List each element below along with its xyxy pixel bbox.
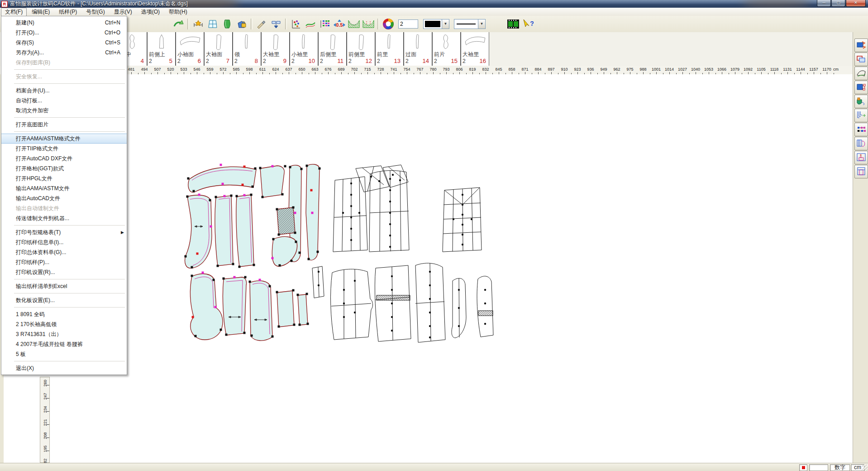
file-menu-item[interactable]: 打开AAMA/ASTM格式文件 — [1, 134, 127, 144]
drawing-canvas[interactable] — [4, 74, 853, 463]
menubar-item-4[interactable]: 号型(G) — [82, 8, 109, 16]
ruler-tick-label: 1053 — [704, 67, 713, 72]
file-menu-item[interactable]: 另存为(A)...Ctrl+A — [1, 48, 127, 58]
toolbar-button[interactable] — [205, 17, 220, 31]
sidebar-tool-button[interactable] — [854, 53, 868, 66]
stroke-width-input[interactable] — [398, 19, 418, 29]
minimize-button[interactable]: ─ — [817, 0, 831, 7]
file-menu-item[interactable]: 退出(X) — [1, 363, 127, 373]
menu-bar: 文档(F)编辑(E)纸样(P)号型(G)显示(V)选项(O)帮助(H) — [0, 8, 868, 16]
pattern-count: 2 — [263, 58, 266, 64]
toolbar-button[interactable] — [234, 17, 249, 31]
sidebar-tool-button[interactable] — [854, 165, 868, 178]
file-menu-item[interactable]: 打印纸样(P)... — [1, 257, 127, 267]
toolbar-button[interactable] — [220, 17, 234, 31]
pattern-cell[interactable]: 过面214 — [404, 32, 432, 66]
pattern-cell[interactable]: 大袖里29 — [261, 32, 290, 66]
toolbar-button[interactable]: ? — [520, 17, 535, 31]
pattern-cell[interactable]: 大袖面27 — [204, 32, 233, 66]
close-button[interactable]: ✕ — [846, 0, 866, 7]
file-menu-item[interactable]: 输出AutoCAD文件 — [1, 193, 127, 203]
file-menu-item[interactable]: 打开HPGL文件 — [1, 173, 127, 183]
pattern-cell[interactable]: 前里213 — [375, 32, 404, 66]
resize-grip[interactable] — [862, 465, 868, 471]
file-menu-item[interactable]: 保存到图库(B) — [1, 58, 127, 67]
toolbar-button[interactable] — [347, 17, 361, 31]
file-menu-item[interactable]: 输出纸样清单到Excel — [1, 281, 127, 291]
sidebar-tool-button[interactable] — [854, 38, 868, 52]
toolbar-button[interactable] — [303, 17, 318, 31]
pattern-cell[interactable]: 小袖里210 — [290, 32, 318, 66]
menubar-item-6[interactable]: 选项(O) — [137, 8, 164, 16]
sidebar-tool-button[interactable] — [854, 123, 868, 136]
menubar-item-3[interactable]: 纸样(P) — [55, 8, 81, 16]
pattern-cell[interactable]: 小袖面26 — [176, 32, 204, 66]
file-menu-item[interactable]: 打开底图图片 — [1, 120, 127, 130]
file-menu-item[interactable]: 打印纸样信息单(I)... — [1, 237, 127, 247]
svg-text:?: ? — [530, 19, 534, 27]
toolbar-button[interactable] — [171, 17, 186, 31]
menubar-item-7[interactable]: 帮助(H) — [165, 8, 191, 16]
pattern-cell[interactable]: 前侧里212 — [347, 32, 375, 66]
menubar-item-1[interactable]: 文档(F) — [1, 8, 27, 16]
toolbar-button[interactable] — [318, 17, 332, 31]
file-menu-item[interactable]: 自动打板... — [1, 96, 127, 106]
menubar-item-5[interactable]: 显示(V) — [110, 8, 136, 16]
file-menu-item[interactable]: 数化板设置(E)... — [1, 295, 127, 305]
pattern-index: 4 — [141, 58, 144, 64]
sidebar-tool-button[interactable] — [854, 67, 868, 80]
chevron-down-icon[interactable]: ▼ — [478, 19, 485, 29]
file-menu-item[interactable]: 输出自动缝制文件 — [1, 203, 127, 213]
file-menu-item[interactable]: 输出AAMA/ASTM文件 — [1, 183, 127, 193]
pattern-count: 2 — [348, 58, 352, 64]
file-menu-item[interactable]: 4 2007羊毛绒开拉链 卷腰裤 — [1, 339, 127, 349]
file-menu-item[interactable]: 打开TIIP格式文件 — [1, 144, 127, 154]
pattern-cell[interactable]: 前片215 — [432, 32, 461, 66]
file-menu-item[interactable]: 1 8091 全码 — [1, 309, 127, 319]
menubar-item-2[interactable]: 编辑(E) — [28, 8, 54, 16]
line-style-dropdown[interactable]: ▼ — [454, 19, 486, 29]
file-menu-item[interactable]: 打印机设置(R)... — [1, 267, 127, 277]
ruler-tick-label: 1092 — [744, 67, 753, 72]
sidebar-tool-button[interactable] — [854, 151, 868, 164]
pattern-cell[interactable]: 前侧上25 — [147, 32, 176, 66]
toolbar-button[interactable] — [254, 17, 269, 31]
chevron-down-icon[interactable]: ▼ — [442, 19, 449, 29]
pattern-cell[interactable]: 大袖里216 — [461, 32, 489, 66]
file-menu-item[interactable]: 传送缝制文件到机器... — [1, 213, 127, 223]
toolbar-button[interactable] — [361, 17, 376, 31]
sidebar-tool-button[interactable] — [854, 95, 868, 108]
pattern-cell[interactable]: 后侧里211 — [318, 32, 347, 66]
file-menu-item[interactable]: 保存(S)Ctrl+S — [1, 38, 127, 48]
file-menu-item[interactable]: 5 板 — [1, 349, 127, 359]
toolbar-button[interactable] — [269, 17, 283, 31]
pattern-count: 2 — [149, 58, 152, 64]
menu-item-label: 3 R7413631（出） — [16, 331, 62, 337]
ruler-tick-label: 520 — [167, 67, 174, 72]
toolbar-separator — [377, 19, 379, 29]
toolbar-button[interactable] — [289, 17, 303, 31]
file-menu-item[interactable]: 打开(O)...Ctrl+O — [1, 28, 127, 38]
file-menu-item[interactable]: 档案合并(U)... — [1, 86, 127, 96]
file-menu-item[interactable]: 3 R7413631（出） — [1, 329, 127, 339]
toolbar-button[interactable] — [191, 17, 205, 31]
toolbar-button[interactable]: 0.5 — [332, 17, 347, 31]
maximize-button[interactable]: ▢ — [831, 0, 845, 7]
line-color-dropdown[interactable]: ▼ — [423, 19, 449, 29]
sidebar-tool-button[interactable] — [854, 81, 868, 94]
sidebar-tool-button[interactable] — [854, 109, 868, 122]
file-menu-item[interactable]: 打印号型规格表(T)▶ — [1, 227, 127, 237]
toolbar-button[interactable] — [506, 17, 520, 31]
file-menu-item[interactable]: 取消文件加密 — [1, 106, 127, 115]
sidebar-tool-button[interactable] — [854, 137, 868, 150]
toolbar-separator — [187, 19, 189, 29]
file-menu-item[interactable]: 打开格柏(GGT)款式 — [1, 163, 127, 173]
toolbar-button[interactable] — [381, 17, 396, 31]
file-menu-item[interactable]: 打开AutoCAD DXF文件 — [1, 154, 127, 163]
file-menu-item[interactable]: 打印总体资料单(G)... — [1, 247, 127, 257]
file-menu-item[interactable]: 2 170长袖高低领 — [1, 319, 127, 329]
pattern-cell[interactable]: 领28 — [233, 32, 261, 66]
file-menu-item[interactable]: 新建(N)Ctrl+N — [1, 18, 127, 28]
file-menu-item[interactable]: 安全恢复... — [1, 72, 127, 82]
copy-piece-icon — [856, 54, 866, 65]
